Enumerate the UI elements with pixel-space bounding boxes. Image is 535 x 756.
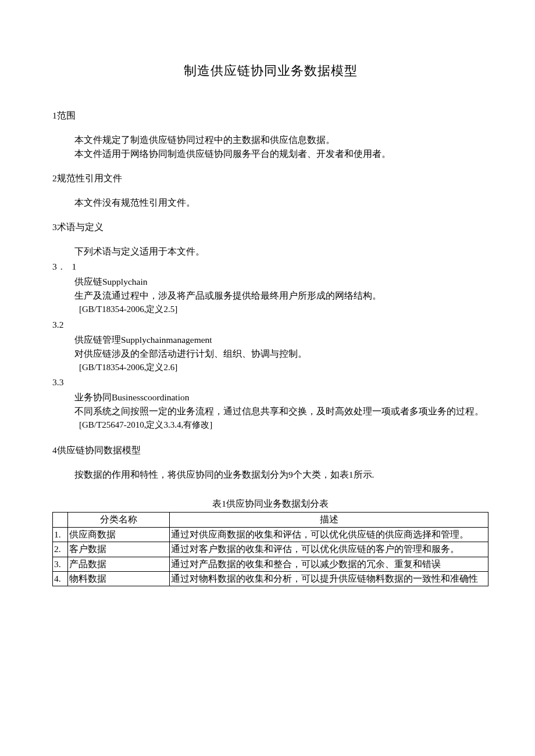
- table-header-row: 分类名称 描述: [53, 513, 488, 527]
- section-3-head: 3术语与定义: [52, 220, 488, 234]
- term-3-3-number: 3.3: [52, 375, 488, 389]
- term-3-3-term: 业务协同Businesscoordination: [52, 390, 488, 404]
- term-3-3-reference: [GB/T25647-2010,定义3.3.4,有修改]: [52, 418, 488, 432]
- document-title: 制造供应链协同业务数据模型: [52, 61, 488, 81]
- row-name: 客户数据: [68, 542, 170, 557]
- section-1-line-1: 本文件规定了制造供应链协同过程中的主数据和供应信息数据。: [52, 133, 488, 147]
- row-name: 物料数据: [68, 572, 170, 586]
- row-number: 2.: [53, 542, 68, 557]
- section-3-intro: 下列术语与定义适用于本文件。: [52, 245, 488, 259]
- term-3-1-number: 3. 1: [52, 260, 488, 274]
- row-number: 3.: [53, 557, 68, 571]
- term-3-1-reference: [GB/T18354-2006,定义2.5]: [52, 303, 488, 316]
- row-name: 产品数据: [68, 557, 170, 571]
- row-number: 4.: [53, 572, 68, 586]
- table-row: 2. 客户数据 通过对客户数据的收集和评估，可以优化供应链的客户的管理和服务。: [53, 542, 488, 557]
- section-4-line-1: 按数据的作用和特性，将供应协同的业务数据划分为9个大类，如表1所示.: [52, 468, 488, 482]
- term-3-3-definition: 不同系统之间按照一定的业务流程，通过信息共享和交换，及时高效处理一项或者多项业务…: [52, 404, 488, 418]
- term-3-2-number: 3.2: [52, 318, 488, 332]
- row-desc: 通过对供应商数据的收集和评估，可以优化供应链的供应商选择和管理。: [170, 527, 488, 542]
- section-1-head: 1范围: [52, 109, 488, 123]
- row-number: 1.: [53, 527, 68, 542]
- table-row: 4. 物料数据 通过对物料数据的收集和分析，可以提升供应链物料数据的一致性和准确…: [53, 572, 488, 586]
- table-row: 1. 供应商数据 通过对供应商数据的收集和评估，可以优化供应链的供应商选择和管理…: [53, 527, 488, 542]
- term-3-2-definition: 对供应链涉及的全部活动进行计划、组织、协调与控制。: [52, 347, 488, 361]
- section-1-line-2: 本文件适用于网络协同制造供应链协同服务平台的规划者、开发者和使用者。: [52, 147, 488, 161]
- term-3-2-reference: [GB/T18354-2006,定义2.6]: [52, 361, 488, 374]
- row-name: 供应商数据: [68, 527, 170, 542]
- term-3-2-term: 供应链管理Supplychainmanagement: [52, 333, 488, 347]
- term-3-1-term: 供应链Supplychain: [52, 275, 488, 289]
- table-row: 3. 产品数据 通过对产品数据的收集和整合，可以减少数据的冗余、重复和错误: [53, 557, 488, 571]
- table-header-name: 分类名称: [68, 513, 170, 527]
- row-desc: 通过对产品数据的收集和整合，可以减少数据的冗余、重复和错误: [170, 557, 488, 571]
- section-2-head: 2规范性引用文件: [52, 171, 488, 185]
- classification-table: 分类名称 描述 1. 供应商数据 通过对供应商数据的收集和评估，可以优化供应链的…: [52, 512, 488, 586]
- table-header-desc: 描述: [170, 513, 488, 527]
- row-desc: 通过对客户数据的收集和评估，可以优化供应链的客户的管理和服务。: [170, 542, 488, 557]
- row-desc: 通过对物料数据的收集和分析，可以提升供应链物料数据的一致性和准确性: [170, 572, 488, 586]
- term-3-1-definition: 生产及流通过程中，涉及将产品或服务提供给最终用户所形成的网络结构。: [52, 289, 488, 303]
- section-2-line-1: 本文件没有规范性引用文件。: [52, 196, 488, 210]
- section-4-head: 4供应链协同数据模型: [52, 443, 488, 457]
- table-header-empty: [53, 513, 68, 527]
- table-caption: 表1供应协同业务数据划分表: [52, 497, 488, 511]
